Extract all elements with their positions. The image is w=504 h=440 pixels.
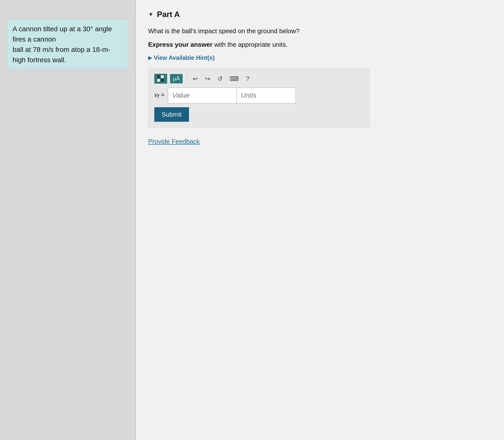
input-area: μÅ ↩ ↪ ↺ ⌨ ? vf = Submit (148, 69, 370, 128)
express-text: Express your answer with the appropriate… (148, 40, 492, 49)
variable-label: vf = (154, 91, 164, 100)
submit-button[interactable]: Submit (154, 107, 189, 122)
matrix-cell-1 (157, 75, 160, 78)
question-text: What is the ball's impact speed on the g… (148, 26, 492, 36)
problem-text-box: A cannon tilted up at a 30° angle fires … (7, 20, 128, 69)
input-row: vf = (154, 88, 363, 103)
hint-link[interactable]: ▶ View Available Hint(s) (148, 54, 492, 61)
matrix-cell-2 (161, 75, 164, 78)
problem-text: A cannon tilted up at a 30° angle fires … (13, 25, 112, 43)
matrix-cell-4 (161, 79, 164, 82)
matrix-cell-3 (157, 79, 160, 82)
toolbar: μÅ ↩ ↪ ↺ ⌨ ? (154, 74, 363, 84)
part-header: ▼ Part A (148, 10, 492, 19)
collapse-arrow-icon[interactable]: ▼ (148, 11, 154, 18)
redo-button[interactable]: ↪ (203, 74, 212, 84)
matrix-icon (157, 75, 164, 82)
undo-button[interactable]: ↩ (191, 74, 200, 84)
matrix-button[interactable] (154, 74, 167, 84)
right-panel: ▼ Part A What is the ball's impact speed… (136, 0, 504, 440)
refresh-button[interactable]: ↺ (215, 74, 225, 84)
hint-arrow-icon: ▶ (148, 55, 152, 61)
hint-label: View Available Hint(s) (154, 54, 215, 61)
mu-button[interactable]: μÅ (170, 74, 183, 83)
part-title: Part A (157, 10, 180, 19)
keyboard-button[interactable]: ⌨ (228, 74, 241, 84)
value-input[interactable] (168, 88, 237, 103)
toolbar-separator (187, 75, 187, 82)
feedback-link[interactable]: Provide Feedback (148, 138, 492, 145)
units-input[interactable] (237, 88, 296, 103)
help-button[interactable]: ? (244, 74, 251, 84)
problem-text-line2: ball at 78 m/s from atop a 18-m-high for… (13, 46, 110, 64)
left-panel: A cannon tilted up at a 30° angle fires … (0, 0, 135, 440)
